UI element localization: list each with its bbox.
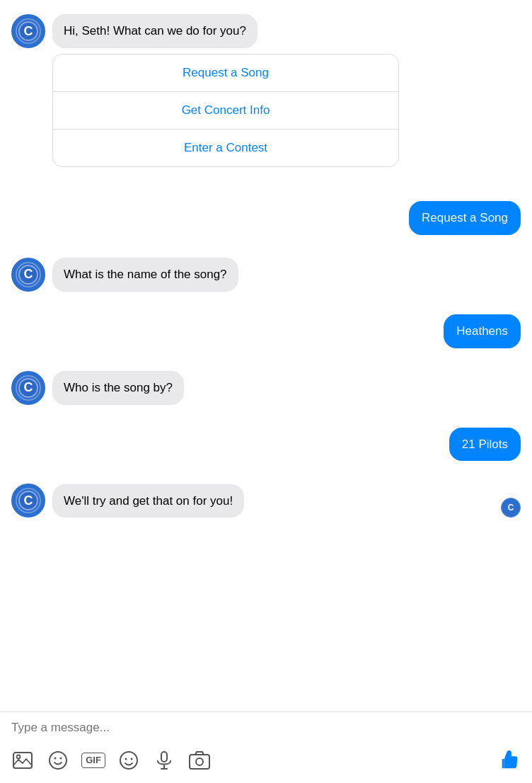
user-message-row-3: 21 Pilots (11, 428, 521, 462)
user-bubble-3: 21 Pilots (449, 428, 521, 462)
bot-avatar-4 (11, 484, 45, 518)
svg-point-4 (60, 758, 62, 760)
bot-message-row-3: We'll try and get that on for you! C (11, 484, 521, 518)
thumbs-up-button[interactable] (498, 749, 521, 772)
gif-button[interactable]: GIF (82, 749, 105, 772)
svg-rect-11 (190, 755, 209, 769)
toolbar-left-icons: GIF (11, 749, 211, 772)
svg-point-3 (54, 758, 57, 760)
svg-point-7 (131, 758, 133, 760)
user-message-row-2: Heathens (11, 314, 521, 348)
svg-point-12 (196, 758, 203, 765)
chat-area: Hi, Seth! What can we do for you? Reques… (0, 0, 532, 711)
bot-bubble-2: Who is the song by? (52, 371, 184, 405)
emoji-icon[interactable] (117, 749, 140, 772)
bot-bubble-1: What is the name of the song? (52, 258, 238, 292)
svg-point-1 (17, 755, 21, 759)
bot-greeting-row: Hi, Seth! What can we do for you? (11, 14, 521, 48)
bot-avatar-icon-2 (16, 262, 41, 287)
seen-avatar: C (501, 498, 521, 518)
bot-avatar-2 (11, 258, 45, 292)
user-bubble-2: Heathens (444, 314, 521, 348)
bot-message-row-2: Who is the song by? (11, 371, 521, 405)
message-input-row (0, 712, 532, 743)
bot-avatar-icon-4 (16, 488, 41, 513)
sticker-icon[interactable] (47, 749, 69, 772)
svg-point-6 (125, 758, 127, 760)
user-bubble-1: Request a Song (409, 201, 521, 235)
bot-avatar-icon (16, 18, 41, 44)
bot-bubble-3: We'll try and get that on for you! (52, 484, 244, 518)
options-box: Request a Song Get Concert Info Enter a … (52, 54, 399, 167)
svg-rect-8 (161, 752, 167, 762)
option-request-song[interactable]: Request a Song (53, 55, 398, 92)
option-enter-contest[interactable]: Enter a Contest (53, 130, 398, 166)
bot-avatar (11, 14, 45, 48)
message-input[interactable] (11, 721, 521, 735)
user-message-row-1: Request a Song (11, 201, 521, 235)
bottom-bar: GIF (0, 711, 532, 783)
toolbar-icons-row: GIF (0, 743, 532, 783)
svg-point-5 (120, 752, 137, 769)
svg-point-2 (50, 752, 66, 769)
bot-avatar-icon-3 (16, 375, 41, 401)
microphone-icon[interactable] (153, 749, 175, 772)
option-concert-info[interactable]: Get Concert Info (53, 92, 398, 130)
svg-rect-0 (13, 753, 32, 768)
bot-message-row-1: What is the name of the song? (11, 258, 521, 292)
camera-icon[interactable] (188, 749, 211, 772)
greeting-bubble: Hi, Seth! What can we do for you? (52, 14, 258, 48)
image-icon[interactable] (11, 749, 34, 772)
bot-avatar-3 (11, 371, 45, 405)
